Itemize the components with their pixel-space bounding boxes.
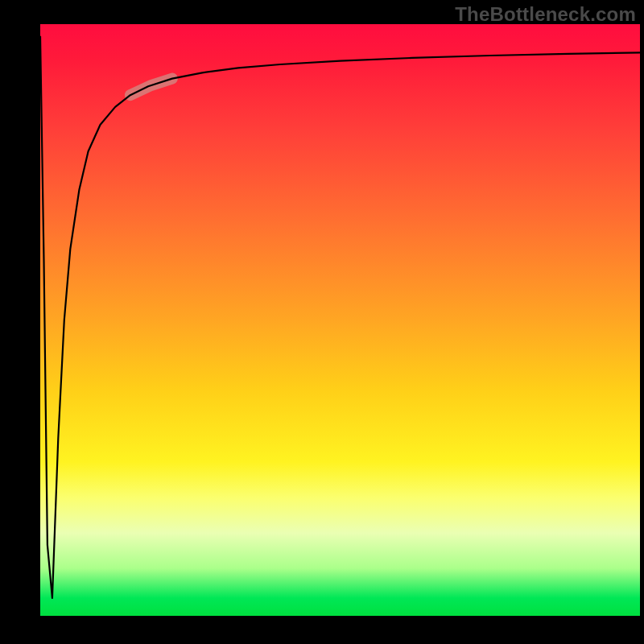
- watermark-text: TheBottleneck.com: [455, 3, 636, 26]
- chart-frame: TheBottleneck.com: [0, 0, 644, 644]
- bottleneck-curve: [40, 36, 640, 598]
- plot-area: [40, 24, 640, 616]
- curve-layer: [40, 24, 640, 616]
